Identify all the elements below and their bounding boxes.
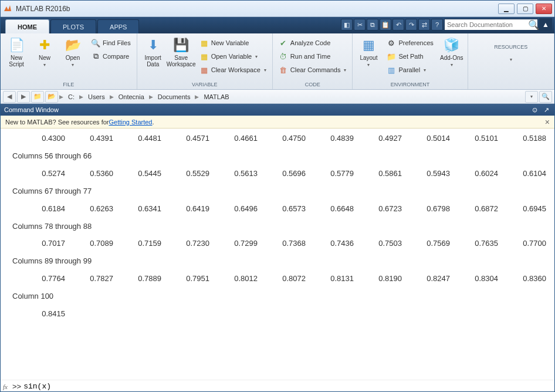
search-input[interactable] [447, 21, 528, 28]
layout-button[interactable]: ▦ Layout ▾ [356, 36, 381, 67]
tab-plots[interactable]: PLOTS [50, 19, 96, 33]
fx-icon[interactable]: fx [1, 383, 12, 390]
crumb-c[interactable]: C: [65, 93, 78, 100]
output-value: 0.7503 [354, 236, 402, 251]
clear-workspace-button[interactable]: ▦Clear Workspace▾ [197, 64, 269, 76]
run-and-time-button[interactable]: ⏱Run and Time [276, 50, 349, 62]
qat-switch-icon[interactable]: ⇄ [418, 19, 430, 31]
chevron-right-icon: ▶ [79, 94, 83, 100]
output-value: 0.5943 [402, 166, 450, 181]
output-value: 0.4661 [209, 131, 258, 146]
output-value: 0.6723 [354, 201, 402, 217]
titlebar: MATLAB R2016b ▁ ▢ ✕ [1, 1, 554, 17]
output-value: 0.7230 [161, 236, 209, 251]
import-data-button[interactable]: ⬇ Import Data [141, 36, 165, 67]
qat-help-icon[interactable]: ? [431, 19, 443, 31]
parallel-icon: ▥ [387, 65, 396, 75]
new-button[interactable]: ✚ New ▾ [32, 36, 57, 67]
chevron-down-icon: ▾ [344, 67, 346, 73]
output-value: 0.5101 [450, 131, 498, 146]
qat-paste-icon[interactable]: 📋 [380, 19, 391, 31]
search-path-button[interactable]: 🔍 [539, 91, 552, 103]
output-value: 0.8012 [209, 271, 258, 286]
crumb-ontecnia[interactable]: Ontecnia [115, 93, 148, 100]
minimize-toolstrip-button[interactable]: ▲ [539, 18, 552, 31]
command-output[interactable]: 0.43000.43910.44810.45710.46610.47500.48… [1, 129, 554, 380]
chevron-right-icon: ▶ [195, 94, 199, 100]
new-script-button[interactable]: 📄 New Script [4, 36, 29, 67]
path-dropdown-button[interactable]: ▾ [525, 91, 538, 103]
forward-button[interactable]: ▶ [17, 91, 30, 103]
resources-button[interactable]: RESOURCES ▾ [488, 36, 534, 62]
output-value: 0.7827 [65, 271, 113, 286]
getting-started-link[interactable]: Getting Started [109, 119, 152, 126]
crumb-documents[interactable]: Documents [154, 93, 194, 100]
save-workspace-icon: 💾 [173, 37, 189, 53]
qat-redo-icon[interactable]: ↷ [405, 19, 417, 31]
group-file: 📄 New Script ✚ New ▾ 📂 Open ▾ 🔍Find File… [1, 33, 137, 89]
set-path-icon: 📁 [387, 52, 396, 61]
matlab-logo-icon [3, 4, 12, 13]
minimize-button[interactable]: ▁ [498, 4, 515, 14]
group-variable: ⬇ Import Data 💾 Save Workspace ▦New Vari… [137, 33, 273, 89]
compare-icon: ⧉ [91, 52, 100, 61]
group-label-resources [472, 82, 550, 89]
crumb-users[interactable]: Users [84, 93, 109, 100]
chevron-down-icon: ▾ [424, 67, 426, 73]
output-value-row: 0.8415 [1, 306, 554, 322]
search-documentation[interactable]: 🔍 [444, 19, 538, 31]
output-value: 0.6648 [306, 201, 354, 217]
output-value: 0.4571 [161, 131, 209, 146]
output-value: 0.7436 [306, 236, 354, 251]
analyze-code-button[interactable]: ✔Analyze Code [276, 37, 349, 49]
command-input[interactable] [21, 382, 554, 391]
output-value: 0.6872 [450, 201, 498, 217]
open-button[interactable]: 📂 Open ▾ [60, 36, 85, 67]
close-button[interactable]: ✕ [536, 4, 552, 14]
output-value: 0.7159 [113, 236, 161, 251]
crumb-matlab[interactable]: MATLAB [200, 93, 232, 100]
output-value-row: 0.61840.62630.63410.64190.64960.65730.66… [1, 201, 554, 217]
back-button[interactable]: ◀ [3, 91, 16, 103]
clear-commands-button[interactable]: 🗑Clear Commands▾ [276, 64, 349, 76]
set-path-button[interactable]: 📁Set Path [384, 50, 435, 62]
qat-shortcuts-icon[interactable]: ◧ [341, 19, 353, 31]
new-variable-icon: ▦ [199, 38, 209, 48]
output-value: 0.5188 [498, 131, 546, 146]
preferences-button[interactable]: ⚙Preferences [384, 37, 435, 49]
import-data-icon: ⬇ [145, 37, 161, 53]
output-value: 0.4481 [113, 131, 161, 146]
output-value: 0.8415 [17, 306, 65, 322]
output-value-row: 0.52740.53600.54450.55290.56130.56960.57… [1, 166, 554, 181]
search-icon[interactable]: 🔍 [528, 19, 540, 31]
find-files-button[interactable]: 🔍Find Files [89, 37, 133, 49]
undock-button[interactable]: ↗ [542, 105, 551, 114]
up-folder-button[interactable]: 📁 [31, 91, 44, 103]
gear-icon: ⚙ [387, 38, 396, 48]
tab-home[interactable]: HOME [5, 19, 49, 33]
new-script-icon: 📄 [8, 37, 25, 53]
group-label-variable: VARIABLE [141, 82, 269, 89]
qat-copy-icon[interactable]: ⧉ [367, 19, 378, 31]
output-column-header: Columns 67 through 77 [1, 181, 554, 201]
close-banner-button[interactable]: × [545, 117, 550, 127]
getting-started-banner: New to MATLAB? See resources for Getting… [1, 116, 554, 129]
browse-folder-button[interactable]: 📂 [45, 91, 58, 103]
maximize-button[interactable]: ▢ [517, 4, 533, 14]
qat-cut-icon[interactable]: ✂ [354, 19, 366, 31]
output-value: 0.7951 [161, 271, 209, 286]
output-value: 0.6419 [161, 201, 209, 217]
actions-menu-button[interactable]: ⊙ [530, 105, 539, 114]
tab-apps[interactable]: APPS [97, 19, 139, 33]
parallel-button[interactable]: ▥Parallel▾ [384, 64, 435, 76]
save-workspace-button[interactable]: 💾 Save Workspace [169, 36, 194, 67]
analyze-code-icon: ✔ [279, 38, 288, 48]
new-variable-button[interactable]: ▦New Variable [197, 37, 269, 49]
qat-undo-icon[interactable]: ↶ [392, 19, 404, 31]
find-files-icon: 🔍 [91, 38, 100, 48]
open-variable-button[interactable]: ▦Open Variable▾ [197, 50, 269, 62]
window-title: MATLAB R2016b [16, 5, 498, 13]
output-value: 0.6945 [498, 201, 546, 217]
addons-button[interactable]: 🧊 Add-Ons ▾ [439, 36, 464, 67]
compare-button[interactable]: ⧉Compare [89, 50, 133, 62]
